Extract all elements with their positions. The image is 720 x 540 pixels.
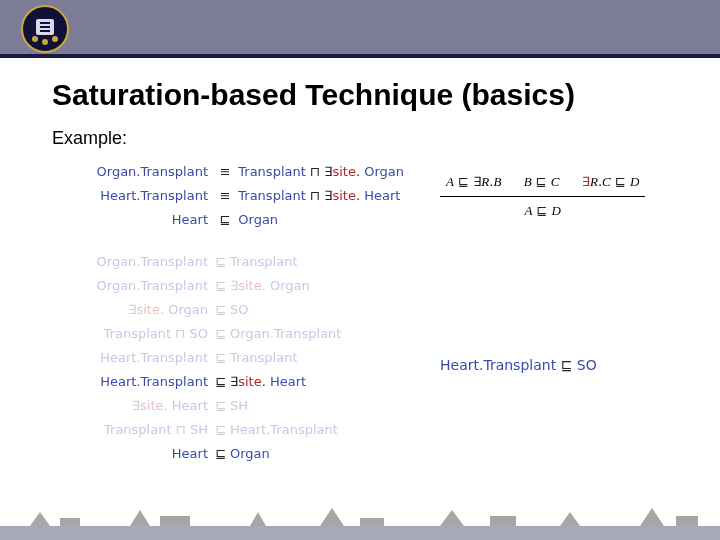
rel-sub: ⊑: [537, 203, 548, 218]
rel-sub: ⊑: [212, 322, 230, 346]
derivation-row: Heart.Transplant⊑Transplant: [60, 346, 440, 370]
concept: Heart.Transplant: [100, 374, 208, 389]
concept: Organ: [230, 446, 270, 461]
concept: Organ: [270, 278, 310, 293]
concept: Heart.Transplant: [100, 350, 208, 365]
derivation-row: Heart.Transplant⊑∃site. Heart: [60, 370, 440, 394]
sqcap: ⊓: [175, 326, 185, 341]
inference-rule: A ⊑ ∃R.B B ⊑ C ∃R.C ⊑ D A ⊑ D: [440, 170, 700, 223]
concept: Heart: [364, 188, 400, 203]
svg-rect-9: [60, 518, 80, 526]
rel-sub: ⊑: [212, 370, 230, 394]
var-D: D: [630, 174, 639, 189]
svg-rect-13: [676, 516, 698, 526]
var-B: B: [493, 174, 501, 189]
concept: Organ.Transplant: [97, 254, 208, 269]
concept: Transplant: [104, 326, 172, 341]
var-C: C: [551, 174, 560, 189]
var-D: D: [552, 203, 561, 218]
concept: SH: [230, 398, 248, 413]
derivation-row: Heart⊑Organ: [60, 442, 440, 466]
exists: ∃: [132, 398, 140, 413]
concept: Heart: [270, 374, 306, 389]
concept: Transplant: [230, 350, 298, 365]
concept: Organ: [168, 302, 208, 317]
concept: Transplant: [238, 164, 306, 179]
rel-sub: ⊑: [212, 394, 230, 418]
derivation-row: Organ.Transplant⊑Transplant: [60, 250, 440, 274]
rel-sub: ⊑: [216, 208, 234, 232]
concept: SO: [577, 357, 597, 373]
rel-sub: ⊑: [561, 357, 573, 373]
concept: Transplant: [230, 254, 298, 269]
svg-rect-10: [160, 516, 190, 526]
axiom-row: Heart ⊑ Organ: [60, 208, 440, 232]
svg-point-6: [42, 39, 48, 45]
svg-rect-11: [360, 518, 384, 526]
derived-highlight: Heart.Transplant ⊑ SO: [440, 353, 700, 377]
exists: ∃: [582, 174, 590, 189]
concept: Heart: [172, 446, 208, 461]
concept: Transplant: [104, 422, 172, 437]
var-A: A: [446, 174, 454, 189]
sqcap: ⊓: [310, 164, 320, 179]
var-R: R: [590, 174, 598, 189]
svg-rect-2: [40, 22, 50, 24]
derivation-row: ∃site. Heart⊑SH: [60, 394, 440, 418]
svg-rect-12: [490, 516, 516, 526]
derivation-row: Transplant ⊓ SH⊑Heart.Transplant: [60, 418, 440, 442]
concept: SO: [230, 302, 248, 317]
concept: Organ: [364, 164, 404, 179]
concept: Heart: [172, 212, 208, 227]
role-site: site: [140, 398, 163, 413]
exists: ∃: [230, 374, 238, 389]
derivation-row: ∃site. Organ⊑SO: [60, 298, 440, 322]
concept: Organ: [238, 212, 278, 227]
left-column: Organ.Transplant ≡ Transplant ⊓ ∃site. O…: [60, 160, 440, 466]
var-R: R: [481, 174, 489, 189]
role-site: site: [332, 164, 355, 179]
example-label: Example:: [52, 128, 127, 149]
concept: SH: [190, 422, 208, 437]
rel-sub: ⊑: [212, 418, 230, 442]
dot: .: [262, 374, 266, 389]
dot: .: [262, 278, 266, 293]
rel-equiv: ≡: [216, 160, 234, 184]
footer-skyline: [0, 506, 720, 540]
rel-sub: ⊑: [212, 250, 230, 274]
sqcap: ⊓: [176, 422, 186, 437]
dot: .: [356, 164, 360, 179]
exists: ∃: [230, 278, 238, 293]
role-site: site: [238, 374, 261, 389]
role-site: site: [332, 188, 355, 203]
svg-point-5: [32, 36, 38, 42]
slide-content: Organ.Transplant ≡ Transplant ⊓ ∃site. O…: [60, 160, 700, 500]
slide-title: Saturation-based Technique (basics): [52, 78, 575, 112]
derivation-row: Organ.Transplant⊑∃site. Organ: [60, 274, 440, 298]
concept: Heart.Transplant: [440, 357, 556, 373]
rel-sub: ⊑: [212, 274, 230, 298]
sqcap: ⊓: [310, 188, 320, 203]
right-column: A ⊑ ∃R.B B ⊑ C ∃R.C ⊑ D A ⊑ D: [440, 160, 700, 377]
rel-equiv: ≡: [216, 184, 234, 208]
concept: Transplant: [238, 188, 306, 203]
university-crest: [20, 4, 70, 54]
role-site: site: [136, 302, 159, 317]
svg-rect-4: [40, 30, 50, 32]
concept: Heart.Transplant: [100, 188, 208, 203]
rel-sub: ⊑: [536, 174, 547, 189]
rel-sub: ⊑: [212, 442, 230, 466]
dot: .: [164, 398, 168, 413]
var-A: A: [524, 203, 532, 218]
concept: Organ.Transplant: [97, 164, 208, 179]
rel-sub: ⊑: [212, 346, 230, 370]
var-B: B: [524, 174, 532, 189]
concept: SO: [190, 326, 208, 341]
svg-rect-8: [0, 526, 720, 540]
role-site: site: [238, 278, 261, 293]
axiom-row: Organ.Transplant ≡ Transplant ⊓ ∃site. O…: [60, 160, 440, 184]
axiom-row: Heart.Transplant ≡ Transplant ⊓ ∃site. H…: [60, 184, 440, 208]
rel-sub: ⊑: [615, 174, 626, 189]
concept: Heart: [172, 398, 208, 413]
dot: .: [356, 188, 360, 203]
